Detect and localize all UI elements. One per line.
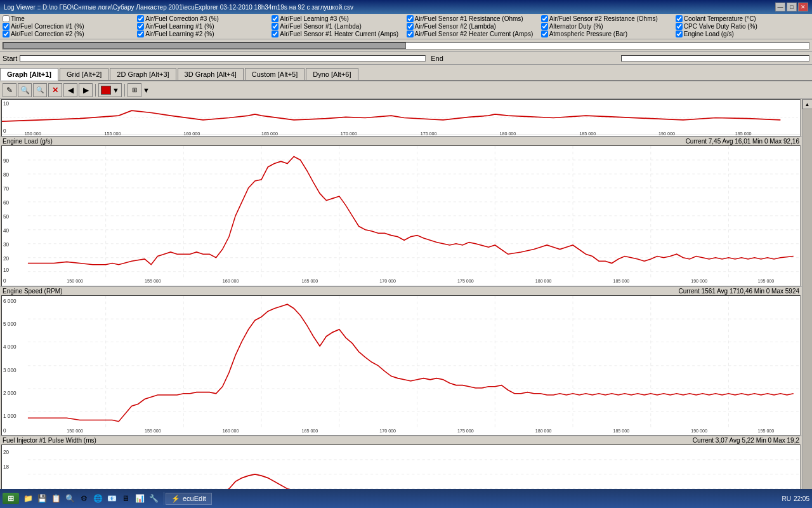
engine-load-panel: Engine Load (g/s) Current 7,45 Avg 16,01… bbox=[0, 137, 802, 287]
cb-alternator[interactable]: Alternator Duty (%) bbox=[541, 23, 675, 30]
taskbar-icon-9[interactable]: 📊 bbox=[133, 492, 146, 505]
maximize-button[interactable]: □ bbox=[787, 3, 797, 11]
tab-dyno[interactable]: Dyno [Alt+6] bbox=[306, 68, 358, 80]
cb-af-corr3[interactable]: Air/Fuel Correction #3 (%) bbox=[137, 15, 271, 22]
next-button[interactable]: ▶ bbox=[79, 83, 93, 97]
svg-text:4 000: 4 000 bbox=[3, 344, 16, 350]
taskbar-icon-2[interactable]: 💾 bbox=[36, 492, 48, 505]
taskbar: ⊞ 📁 💾 📋 🔍 ⚙ 🌐 📧 🖥 📊 🔧 ⚡ ecuEdit RU 22:05 bbox=[0, 489, 812, 508]
svg-text:155 000: 155 000 bbox=[105, 130, 121, 136]
scroll-up-button[interactable]: ▲ bbox=[802, 99, 813, 109]
range-bar: Start End bbox=[0, 52, 812, 65]
top-chart-svg: 10 0 150 000 155 000 160 000 165 000 170… bbox=[2, 100, 800, 136]
taskbar-icon-5[interactable]: ⚙ bbox=[77, 492, 90, 505]
cb-af-learn2[interactable]: Air/Fuel Learning #2 (%) bbox=[137, 30, 271, 37]
svg-text:70: 70 bbox=[3, 185, 9, 192]
svg-text:190 000: 190 000 bbox=[658, 130, 675, 136]
start-button[interactable]: ⊞ bbox=[3, 493, 19, 504]
engine-speed-panel: Engine Speed (RPM) Current 1561 Avg 1710… bbox=[0, 287, 802, 437]
svg-text:195 000: 195 000 bbox=[758, 278, 775, 284]
color-swatch bbox=[101, 86, 111, 95]
cb-af-sens2-lambda[interactable]: Air/Fuel Sensor #2 (Lambda) bbox=[407, 23, 540, 30]
cb-af-sens2-res[interactable]: Air/Fuel Sensor #2 Resistance (Ohms) bbox=[541, 15, 675, 22]
window-controls: — □ ✕ bbox=[775, 3, 808, 11]
fuel-injector-stats: Current 3,07 Avg 5,22 Min 0 Max 19,2 bbox=[693, 437, 799, 444]
engine-speed-chart[interactable]: 6 000 5 000 4 000 3 000 2 000 1 000 0 15… bbox=[1, 295, 801, 436]
grid-toggle-button[interactable]: ⊞ bbox=[128, 83, 141, 97]
zoom-in-button[interactable]: 🔍 bbox=[18, 83, 32, 97]
scroll-thumb[interactable] bbox=[3, 43, 406, 49]
cb-time[interactable]: Time bbox=[3, 15, 136, 22]
taskbar-app-icon: ⚡ bbox=[171, 495, 180, 503]
svg-text:10: 10 bbox=[3, 266, 9, 272]
svg-text:0: 0 bbox=[3, 128, 6, 135]
select-tool-button[interactable]: ✎ bbox=[3, 83, 16, 97]
svg-text:165 000: 165 000 bbox=[302, 428, 318, 434]
svg-text:165 000: 165 000 bbox=[261, 130, 278, 136]
tab-graph[interactable]: Graph [Alt+1] bbox=[0, 68, 58, 81]
tab-3dgraph[interactable]: 3D Graph [Alt+4] bbox=[178, 68, 244, 80]
fuel-injector-header: Fuel Injector #1 Pulse Width (ms) Curren… bbox=[0, 436, 802, 444]
scroll-track-vertical[interactable] bbox=[803, 109, 812, 495]
tab-custom[interactable]: Custom [Alt+5] bbox=[245, 68, 304, 80]
cb-af-sens1-res[interactable]: Air/Fuel Sensor #1 Resistance (Ohms) bbox=[407, 15, 540, 22]
cb-atm-pressure[interactable]: Atmospheric Pressure (Bar) bbox=[541, 30, 675, 37]
svg-text:175 000: 175 000 bbox=[421, 130, 437, 136]
title-bar: Log Viewer :: D:\по ГБО\Снятые логи\Суба… bbox=[0, 0, 812, 14]
toolbar-separator2 bbox=[124, 84, 125, 97]
svg-text:160 000: 160 000 bbox=[223, 428, 239, 434]
taskbar-icon-3[interactable]: 📋 bbox=[49, 492, 62, 505]
charts-area: 10 0 150 000 155 000 160 000 165 000 170… bbox=[0, 99, 802, 505]
taskbar-icon-1[interactable]: 📁 bbox=[22, 492, 34, 505]
color-dropdown-arrow[interactable]: ▼ bbox=[112, 86, 119, 94]
svg-text:170 000: 170 000 bbox=[379, 278, 396, 284]
main-content: 10 0 150 000 155 000 160 000 165 000 170… bbox=[0, 99, 812, 505]
engine-load-label: Engine Load (g/s) bbox=[3, 138, 53, 145]
cb-af-learn3[interactable]: Air/Fuel Learning #3 (%) bbox=[272, 15, 405, 22]
taskbar-app-label: ecuEdit bbox=[183, 495, 206, 502]
range-track-start[interactable] bbox=[20, 55, 426, 62]
cb-af-sens2-heater[interactable]: Air/Fuel Sensor #2 Heater Current (Amps) bbox=[407, 30, 540, 37]
svg-text:60: 60 bbox=[3, 199, 9, 206]
minimize-button[interactable]: — bbox=[775, 3, 785, 11]
svg-text:6 000: 6 000 bbox=[3, 297, 16, 304]
taskbar-icon-10[interactable]: 🔧 bbox=[147, 492, 160, 505]
grid-dropdown[interactable]: ▼ bbox=[143, 86, 150, 94]
close-button[interactable]: ✕ bbox=[798, 3, 808, 11]
prev-button[interactable]: ◀ bbox=[63, 83, 77, 97]
svg-text:185 000: 185 000 bbox=[613, 278, 629, 284]
engine-load-chart[interactable]: 90 80 70 60 50 40 30 20 10 0 150 000 155… bbox=[1, 145, 801, 286]
taskbar-time: 22:05 bbox=[794, 495, 809, 502]
cb-af-sens1-lambda[interactable]: Air/Fuel Sensor #1 (Lambda) bbox=[272, 23, 405, 30]
taskbar-icon-4[interactable]: 🔍 bbox=[63, 492, 76, 505]
taskbar-icon-7[interactable]: 📧 bbox=[105, 492, 118, 505]
svg-text:50: 50 bbox=[3, 213, 9, 220]
cb-af-learn1[interactable]: Air/Fuel Learning #1 (%) bbox=[137, 23, 271, 30]
engine-speed-header: Engine Speed (RPM) Current 1561 Avg 1710… bbox=[0, 287, 802, 295]
svg-text:18: 18 bbox=[3, 464, 9, 471]
taskbar-app-item[interactable]: ⚡ ecuEdit bbox=[166, 493, 212, 505]
cb-engine-load[interactable]: Engine Load (g/s) bbox=[676, 30, 809, 37]
zoom-out-button[interactable]: 🔍 bbox=[33, 83, 47, 97]
svg-text:190 000: 190 000 bbox=[691, 428, 707, 434]
taskbar-icon-8[interactable]: 🖥 bbox=[119, 492, 132, 505]
svg-text:150 000: 150 000 bbox=[25, 130, 41, 136]
cb-cpc-valve[interactable]: CPC Valve Duty Ratio (%) bbox=[676, 23, 809, 30]
cb-coolant-temp[interactable]: Coolant Temperature (°C) bbox=[676, 15, 809, 22]
svg-text:20: 20 bbox=[3, 255, 9, 262]
taskbar-icon-6[interactable]: 🌐 bbox=[91, 492, 104, 505]
cb-af-sens1-heater[interactable]: Air/Fuel Sensor #1 Heater Current (Amps) bbox=[272, 30, 405, 37]
range-track-end[interactable] bbox=[621, 55, 809, 62]
cb-af-corr2[interactable]: Air/Fuel Correction #2 (%) bbox=[3, 30, 136, 37]
svg-text:155 000: 155 000 bbox=[145, 278, 161, 284]
scroll-track[interactable] bbox=[3, 42, 809, 50]
top-chart-body[interactable]: 10 0 150 000 155 000 160 000 165 000 170… bbox=[1, 99, 801, 137]
tab-2dgraph[interactable]: 2D Graph [Alt+3] bbox=[110, 68, 176, 80]
svg-text:30: 30 bbox=[3, 241, 9, 248]
cb-af-corr1[interactable]: Air/Fuel Correction #1 (%) bbox=[3, 23, 136, 30]
svg-text:2 000: 2 000 bbox=[3, 389, 16, 396]
clear-button[interactable]: ✕ bbox=[48, 83, 62, 97]
svg-text:90: 90 bbox=[3, 157, 9, 164]
color-picker-button[interactable]: ▼ bbox=[98, 83, 122, 97]
tab-grid[interactable]: Grid [Alt+2] bbox=[60, 68, 108, 80]
